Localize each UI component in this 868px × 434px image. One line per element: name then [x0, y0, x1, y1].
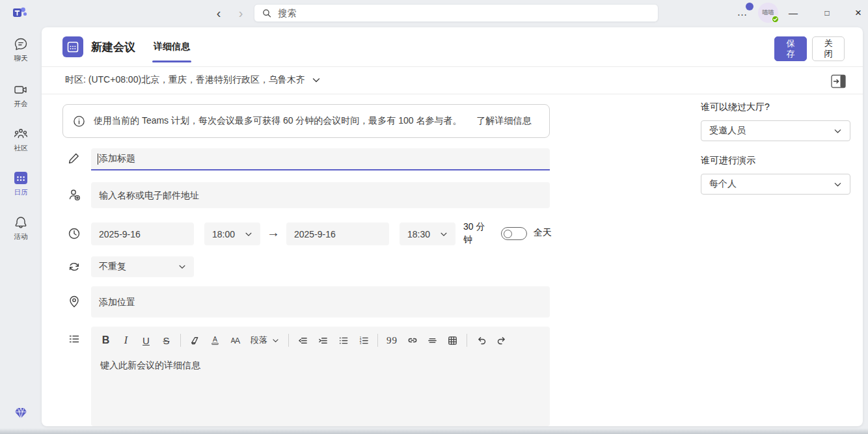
highlighter-icon: [189, 335, 200, 346]
bullet-list-button[interactable]: [334, 331, 353, 349]
insert-table-button[interactable]: [443, 331, 462, 349]
dialog-header: 新建会议 详细信息 保存 关闭: [42, 27, 863, 66]
save-button[interactable]: 保存: [774, 36, 807, 61]
datetime-row: 2025-9-16 18:00 → 2025-9-16 18:30 30 分钟 …: [42, 223, 863, 245]
sidebar-item-chat[interactable]: 聊天: [0, 36, 42, 63]
timezone-label: 时区: (UTC+08:00)北京，重庆，香港特别行政区，乌鲁木齐: [65, 74, 305, 86]
search-icon: [262, 8, 271, 18]
end-date-input[interactable]: 2025-9-16: [286, 223, 389, 245]
app-sidebar: 聊天 开会 社区 日历 活动: [0, 26, 42, 434]
to-arrow-icon: →: [267, 225, 280, 240]
end-time-value: 18:30: [407, 229, 430, 239]
toolbar-separator: [180, 334, 181, 347]
tab-details[interactable]: 详细信息: [152, 37, 191, 57]
sidebar-item-activity[interactable]: 活动: [0, 215, 42, 241]
notification-dot: [746, 3, 753, 10]
bullet-list-icon: [338, 335, 349, 346]
repeat-select[interactable]: 不重复: [91, 256, 194, 277]
attendees-field[interactable]: [91, 182, 550, 208]
chevron-down-icon: [440, 230, 448, 238]
window-maximize-button[interactable]: □: [813, 0, 841, 26]
presenter-select[interactable]: 每个人: [701, 174, 850, 195]
svg-text:A: A: [213, 336, 217, 343]
strikethrough-button[interactable]: S: [157, 331, 176, 349]
chevron-down-icon: [272, 337, 279, 344]
gem-icon[interactable]: [13, 405, 29, 421]
people-community-icon: [13, 126, 29, 142]
start-time-select[interactable]: 18:00: [204, 223, 260, 245]
meeting-notes-editor[interactable]: B I U S A AA 段落: [91, 327, 550, 426]
lobby-bypass-label: 谁可以绕过大厅?: [701, 102, 850, 113]
highlight-button[interactable]: [185, 331, 204, 349]
sidebar-item-meet[interactable]: 开会: [0, 82, 42, 109]
end-date-value: 2025-9-16: [294, 229, 336, 239]
chevron-down-icon: [245, 230, 252, 238]
horizontal-rule-icon: [427, 335, 438, 346]
indent-button[interactable]: [314, 331, 332, 349]
start-date-value: 2025-9-16: [99, 229, 141, 239]
repeat-value: 不重复: [99, 261, 126, 273]
attendees-input[interactable]: [91, 190, 550, 200]
font-color-button[interactable]: A: [206, 331, 224, 349]
text-caret: [98, 154, 98, 165]
sidebar-item-label: 聊天: [14, 54, 28, 63]
window-close-button[interactable]: ×: [845, 0, 868, 26]
timezone-selector[interactable]: 时区: (UTC+08:00)北京，重庆，香港特别行政区，乌鲁木齐: [65, 66, 321, 94]
horizontal-rule-button[interactable]: [423, 331, 442, 349]
insert-link-button[interactable]: [403, 331, 422, 349]
indent-icon: [318, 335, 329, 346]
location-input[interactable]: [91, 297, 550, 307]
add-person-icon: [67, 187, 81, 202]
collapse-panel-button[interactable]: [831, 74, 846, 88]
numbered-list-button[interactable]: 1 2 3: [354, 331, 373, 349]
all-day-toggle[interactable]: [501, 227, 527, 240]
outdent-button[interactable]: [293, 331, 312, 349]
notes-list-icon: [67, 332, 81, 346]
sidebar-item-label: 开会: [14, 100, 28, 109]
calendar-icon: [12, 169, 29, 186]
toggle-knob: [504, 230, 512, 238]
end-time-select[interactable]: 18:30: [400, 223, 455, 245]
lobby-bypass-select[interactable]: 受邀人员: [701, 120, 850, 141]
teams-logo-icon: [12, 5, 27, 21]
info-icon: [73, 115, 85, 128]
presenter-label: 谁可进行演示: [701, 155, 850, 167]
lobby-bypass-value: 受邀人员: [709, 125, 746, 137]
paragraph-style-dropdown[interactable]: 段落: [246, 331, 284, 349]
toolbar-separator: [288, 334, 289, 347]
video-camera-icon: [13, 82, 29, 98]
chat-icon: [13, 36, 29, 52]
sidebar-item-calendar[interactable]: 日历: [0, 169, 42, 197]
back-icon[interactable]: ‹: [210, 4, 228, 22]
repeat-icon: [67, 260, 81, 274]
blockquote-button[interactable]: 99: [383, 331, 401, 349]
underline-button[interactable]: U: [137, 331, 156, 349]
location-field[interactable]: [91, 286, 550, 318]
meeting-title-input[interactable]: 添加标题: [91, 148, 550, 170]
undo-button[interactable]: [472, 331, 491, 349]
notes-placeholder: 键入此新会议的详细信息: [100, 360, 550, 372]
sidebar-item-label: 日历: [14, 188, 28, 197]
forward-icon: ›: [232, 4, 250, 22]
close-button[interactable]: 关闭: [812, 36, 845, 61]
search-input[interactable]: [278, 8, 650, 18]
duration-label: 30 分钟: [463, 220, 489, 247]
link-icon: [407, 334, 418, 346]
redo-button[interactable]: [492, 331, 511, 349]
search-box[interactable]: [254, 4, 658, 22]
chevron-down-icon: [312, 75, 321, 85]
bold-button[interactable]: B: [96, 331, 115, 349]
start-date-input[interactable]: 2025-9-16: [91, 223, 194, 245]
toolbar-separator: [377, 334, 378, 347]
numbered-list-icon: 1 2 3: [358, 335, 369, 346]
timezone-divider: [42, 94, 863, 94]
window-bottom-edge: [0, 428, 868, 434]
learn-more-link[interactable]: 了解详细信息: [477, 115, 532, 127]
plan-limit-banner: 使用当前的 Teams 计划，每次会议最多可获得 60 分钟的会议时间，最多有 …: [62, 104, 550, 138]
paragraph-label: 段落: [251, 334, 267, 346]
sidebar-item-community[interactable]: 社区: [0, 126, 42, 153]
font-size-button[interactable]: AA: [226, 331, 245, 349]
window-minimize-button[interactable]: —: [780, 0, 807, 26]
italic-button[interactable]: I: [116, 331, 135, 349]
undo-icon: [476, 334, 487, 346]
